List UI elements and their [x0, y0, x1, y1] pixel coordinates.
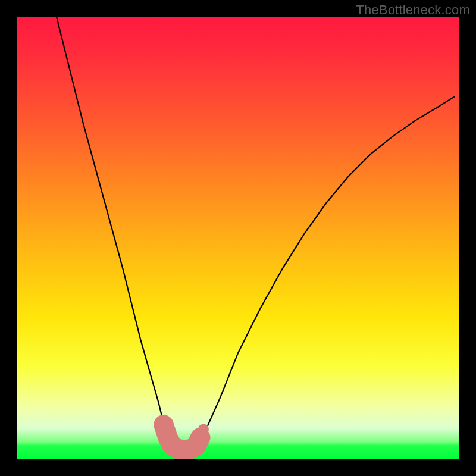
- plot-area: [17, 17, 459, 459]
- watermark-text: TheBottleneck.com: [356, 2, 470, 18]
- chart-container: TheBottleneck.com: [0, 0, 476, 476]
- curve-layer: [17, 17, 459, 459]
- marker-dot: [198, 424, 209, 434]
- valley-highlight: [164, 425, 201, 450]
- bottleneck-curve: [57, 17, 455, 450]
